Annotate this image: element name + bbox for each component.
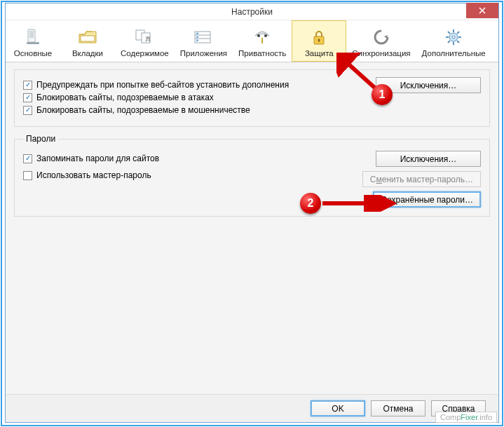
block-fraud-checkbox[interactable]: Блокировать сайты, подозреваемые в мошен… <box>23 105 360 115</box>
privacy-icon <box>252 27 273 48</box>
checkbox-icon <box>23 81 32 90</box>
applications-icon <box>193 27 214 48</box>
tab-label: Приватность <box>238 49 286 57</box>
tab-privacy[interactable]: Приватность <box>233 20 292 62</box>
change-master-button: Сменить мастер-пароль… <box>362 171 481 187</box>
svg-point-15 <box>257 34 260 37</box>
tab-general[interactable]: Основные <box>6 20 60 62</box>
tab-label: Дополнительные <box>422 49 486 57</box>
content-icon: 頁 <box>134 27 155 48</box>
svg-line-30 <box>448 41 450 43</box>
passwords-group: Пароли Запоминать пароли для сайтов Испо… <box>14 134 490 217</box>
tab-tabs[interactable]: Вкладки <box>60 20 115 62</box>
svg-rect-20 <box>319 40 320 42</box>
tab-label: Синхронизация <box>352 49 410 57</box>
warnings-group: Предупреждать при попытке веб-сайтов уст… <box>14 69 490 127</box>
cancel-button[interactable]: Отмена <box>371 400 425 416</box>
checkbox-label: Использовать мастер-пароль <box>36 170 151 180</box>
tab-label: Защита <box>305 49 334 57</box>
svg-point-22 <box>452 36 455 39</box>
checkbox-label: Запоминать пароли для сайтов <box>36 154 159 163</box>
svg-line-27 <box>448 32 450 34</box>
exceptions-addons-button[interactable]: Исключения… <box>376 77 481 93</box>
svg-line-28 <box>457 41 459 43</box>
saved-passwords-button[interactable]: Сохранённые пароли… <box>373 191 481 208</box>
checkbox-icon <box>23 93 32 102</box>
tab-applications[interactable]: Приложения <box>175 20 233 62</box>
footer: OK Отмена Справка <box>6 394 498 422</box>
tabs-icon <box>77 27 98 48</box>
gear-icon <box>443 27 464 48</box>
svg-point-16 <box>264 34 267 37</box>
close-icon <box>479 7 486 14</box>
general-icon <box>22 27 43 48</box>
checkbox-icon <box>23 106 32 115</box>
tab-label: Содержимое <box>121 49 169 57</box>
svg-rect-14 <box>196 39 198 41</box>
tab-advanced[interactable]: Дополнительные <box>416 20 491 62</box>
lock-icon <box>308 27 329 48</box>
titlebar: Настройки <box>6 4 498 20</box>
content-area: Предупреждать при попытке веб-сайтов уст… <box>6 62 498 394</box>
checkbox-label: Блокировать сайты, подозреваемые в атака… <box>36 93 214 102</box>
svg-rect-12 <box>196 32 198 34</box>
svg-rect-3 <box>29 31 34 38</box>
toolbar: Основные Вкладки 頁 Содержимое Приложения… <box>6 20 498 62</box>
master-password-checkbox[interactable]: Использовать мастер-пароль <box>23 170 354 180</box>
tab-content[interactable]: 頁 Содержимое <box>115 20 175 62</box>
tab-label: Основные <box>14 49 53 57</box>
window-title: Настройки <box>231 7 273 17</box>
exceptions-passwords-button[interactable]: Исключения… <box>376 151 481 167</box>
block-attack-checkbox[interactable]: Блокировать сайты, подозреваемые в атака… <box>23 93 360 102</box>
watermark: CompFixer.info <box>435 412 497 423</box>
tab-label: Приложения <box>180 49 227 57</box>
svg-rect-17 <box>261 38 263 43</box>
svg-rect-4 <box>27 42 39 44</box>
svg-rect-5 <box>81 36 95 41</box>
ok-button[interactable]: OK <box>311 400 365 416</box>
remember-passwords-checkbox[interactable]: Запоминать пароли для сайтов <box>23 154 354 163</box>
warn-addons-checkbox[interactable]: Предупреждать при попытке веб-сайтов уст… <box>23 80 360 90</box>
svg-text:頁: 頁 <box>145 36 151 42</box>
tab-sync[interactable]: Синхронизация <box>346 20 416 62</box>
sync-icon <box>371 27 392 48</box>
close-button[interactable] <box>466 3 498 18</box>
checkbox-icon <box>23 171 32 180</box>
checkbox-label: Блокировать сайты, подозреваемые в мошен… <box>36 105 250 115</box>
checkbox-label: Предупреждать при попытке веб-сайтов уст… <box>36 80 289 90</box>
checkbox-icon <box>23 154 32 163</box>
svg-line-29 <box>457 32 459 34</box>
tab-label: Вкладки <box>72 49 103 57</box>
settings-window: Настройки Основные Вкладки 頁 Содержимое <box>5 3 499 423</box>
tab-security[interactable]: Защита <box>292 20 346 62</box>
passwords-legend: Пароли <box>23 134 58 144</box>
svg-rect-13 <box>196 36 198 38</box>
